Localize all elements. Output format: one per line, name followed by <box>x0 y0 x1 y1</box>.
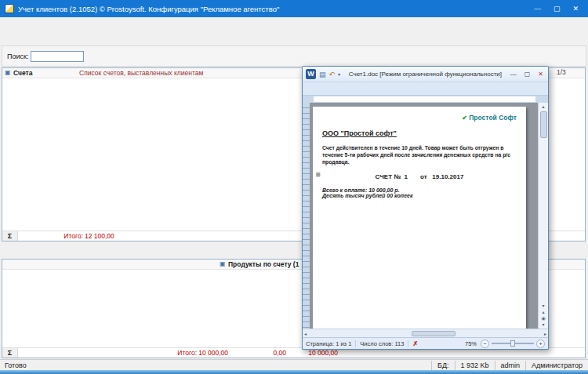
word-window: W ▤ ↶ ▾ Счет1.doc [Режим ограниченной фу… <box>302 66 549 350</box>
zoom-out-button[interactable]: − <box>481 340 489 348</box>
products-total-label: Итого: <box>142 349 197 357</box>
vendor-logo: ✔ Простой Софт <box>322 114 517 122</box>
zoom-slider[interactable] <box>492 343 534 344</box>
maximize-button[interactable]: ▢ <box>554 5 561 13</box>
vertical-ruler <box>303 103 310 329</box>
products-total-sum: 10 000,00 <box>198 349 228 357</box>
panel-icon: ▣ <box>220 260 226 267</box>
app-statusbar: Готово БД: 1 932 Kb admin Администратор <box>0 359 588 370</box>
status-db-label: БД: <box>431 361 455 370</box>
move-handle-icon[interactable]: ⊞ <box>316 172 321 178</box>
panel-icon: ▣ <box>5 69 11 76</box>
window-bottom-border <box>0 370 588 374</box>
zoom-in-button[interactable]: + <box>536 340 545 348</box>
status-user: admin <box>495 361 526 370</box>
qat-dropdown-icon[interactable]: ▾ <box>338 71 340 77</box>
close-button[interactable]: ✕ <box>572 5 579 13</box>
scroll-left-icon[interactable]: ◂ <box>304 331 307 336</box>
word-titlebar: W ▤ ↶ ▾ Счет1.doc [Режим ограниченной фу… <box>303 67 548 82</box>
record-counter: 1/3 <box>557 68 566 76</box>
zoom-slider-thumb[interactable] <box>510 340 515 347</box>
app-titlebar: Учет клиентов (2.1052) © Prostoysoft. Ко… <box>0 0 588 17</box>
sigma-icon: Σ <box>2 231 18 241</box>
word-count[interactable]: Число слов: 113 <box>360 340 408 347</box>
app-title: Учет клиентов (2.1052) © Prostoysoft. Ко… <box>18 5 530 13</box>
main-tabs <box>2 31 586 45</box>
check-icon: ✔ <box>462 114 467 122</box>
document-page: ✔ Простой Софт ООО "Простой софт" Счет д… <box>313 107 526 329</box>
app-icon <box>5 4 14 13</box>
previous-page-icon[interactable]: ▴ <box>542 309 544 315</box>
amount-in-words: Десять тысяч рублей 00 копеек <box>322 193 517 198</box>
products-total-vat: 0,00 <box>255 349 286 357</box>
scroll-right-icon[interactable]: ▸ <box>544 331 546 336</box>
save-icon[interactable]: ▤ <box>319 71 326 78</box>
word-ribbon-tabs <box>303 82 548 96</box>
status-db-size: 1 932 Kb <box>455 361 495 370</box>
word-title: Счет1.doc [Режим ограниченной функционал… <box>343 71 507 78</box>
invoice-heading: ⊞ СЧЕТ № 1 от 19.10.2017 <box>322 173 517 180</box>
spellcheck-icon[interactable]: ✗ <box>412 340 418 347</box>
browse-object-icon[interactable]: ◉ <box>541 315 545 321</box>
word-minimize-button[interactable]: — <box>510 71 517 78</box>
toolbar: Поиск: <box>2 45 586 67</box>
scrollbar-thumb[interactable] <box>540 111 547 138</box>
next-page-icon[interactable]: ▾ <box>542 321 544 328</box>
status-role: Администратор <box>525 361 588 370</box>
scroll-down-icon[interactable]: ▾ <box>542 303 544 309</box>
invoices-panel-subtitle: Список счетов, выставленных клиентам <box>79 69 203 77</box>
word-app-icon: W <box>306 69 316 79</box>
company-name: ООО "Простой софт" <box>322 129 517 137</box>
invoices-panel-title: Счета <box>13 69 32 77</box>
word-vertical-scrollbar[interactable]: ▴ ▾ ▴ ◉ ▾ <box>538 103 548 329</box>
word-document-area: ✔ Простой Софт ООО "Простой софт" Счет д… <box>303 103 548 329</box>
invoices-total-value: 12 100,00 <box>85 232 111 240</box>
menubar <box>0 17 588 31</box>
horizontal-ruler <box>303 96 548 103</box>
word-close-button[interactable]: ✕ <box>538 71 543 78</box>
amount-due-line: Всего к оплате: 10 000,00 р. <box>322 187 517 193</box>
search-label: Поиск: <box>7 53 28 60</box>
word-maximize-button[interactable]: ▢ <box>524 71 531 78</box>
word-horizontal-scrollbar[interactable]: ◂ ▸ <box>303 329 548 337</box>
products-total-with-vat: 10 000,00 <box>288 349 338 357</box>
undo-icon[interactable]: ↶ <box>329 71 336 78</box>
products-panel-title: Продукты по счету (1 <box>228 260 299 268</box>
zoom-level[interactable]: 75% <box>465 340 477 347</box>
status-ready: Готово <box>0 361 431 369</box>
search-input[interactable] <box>31 51 84 62</box>
word-statusbar: Страница: 1 из 1 Число слов: 113 ✗ 75% −… <box>303 337 548 349</box>
scrollbar-thumb[interactable] <box>412 331 456 336</box>
scroll-up-icon[interactable]: ▴ <box>542 103 544 110</box>
page-indicator[interactable]: Страница: 1 из 1 <box>306 340 356 347</box>
sigma-icon: Σ <box>2 348 18 358</box>
invoice-terms: Счет действителен в течение 10 дней. Тов… <box>322 144 517 166</box>
invoices-total-label: Итого: <box>34 232 83 240</box>
minimize-button[interactable]: — <box>534 5 541 13</box>
